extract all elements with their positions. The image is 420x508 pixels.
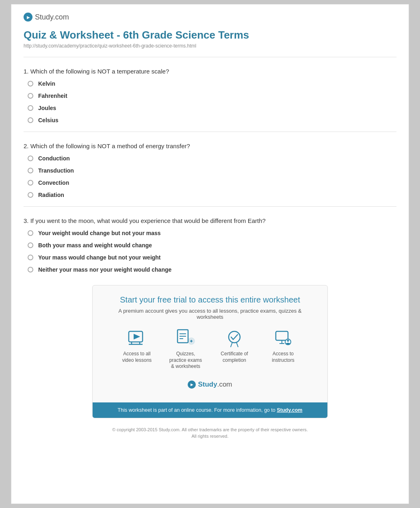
question-3-option-1[interactable]: Both your mass and weight would change (24, 242, 396, 249)
logo-icon (24, 13, 32, 22)
option-label-q3-0: Your weight would change but not your ma… (38, 230, 161, 236)
quizzes-icon (176, 328, 195, 348)
option-label-q3-1: Both your mass and weight would change (38, 242, 152, 249)
divider-q2 (24, 206, 396, 207)
promo-box: Start your free trial to access this ent… (92, 285, 328, 418)
option-label-q2-2: Convection (38, 179, 69, 186)
logo-domain: Study (35, 13, 53, 21)
instructors-icon (273, 328, 293, 348)
svg-point-19 (287, 340, 289, 342)
promo-icon-video: Access to all video lessons (119, 328, 155, 370)
promo-logo: Study.com (105, 376, 315, 394)
option-label-q1-0: Kelvin (38, 80, 55, 87)
promo-footer-text: This worksheet is part of an online cour… (118, 407, 303, 413)
divider-top (24, 57, 396, 57)
promo-logo-text: Study.com (198, 380, 232, 389)
option-label-q1-2: Joules (38, 105, 56, 111)
divider-q1 (24, 132, 396, 132)
question-3: 3. If you went to the moon, what would y… (24, 213, 396, 273)
question-2: 2. Which of the following is NOT a metho… (24, 138, 396, 198)
question-1-option-1[interactable]: Fahrenheit (24, 93, 396, 99)
question-3-option-3[interactable]: Neither your mass nor your weight would … (24, 266, 396, 273)
question-1-body: Which of the following is NOT a temperat… (30, 68, 169, 75)
radio-q2-3[interactable] (28, 192, 33, 198)
promo-logo-icon (188, 380, 196, 389)
radio-q1-2[interactable] (28, 105, 33, 111)
radio-q3-0[interactable] (28, 230, 33, 236)
question-2-option-1[interactable]: Transduction (24, 167, 396, 174)
radio-q1-3[interactable] (28, 117, 33, 123)
promo-icon-instructors: Access to instructors (265, 328, 301, 370)
page-container: Study.com Quiz & Worksheet - 6th Grade S… (11, 4, 409, 504)
promo-footer-link[interactable]: Study.com (277, 407, 302, 413)
question-1-option-0[interactable]: Kelvin (24, 80, 396, 87)
promo-icon-quizzes: Quizzes, practice exams & worksheets (167, 328, 204, 370)
logo: Study.com (24, 13, 396, 22)
question-3-option-2[interactable]: Your mass would change but not your weig… (24, 254, 396, 261)
promo-title: Start your free trial to access this ent… (105, 295, 315, 305)
option-label-q1-1: Fahrenheit (38, 93, 67, 99)
question-3-body: If you went to the moon, what would you … (30, 217, 266, 224)
option-label-q3-3: Neither your mass nor your weight would … (38, 266, 171, 273)
question-2-option-3[interactable]: Radiation (24, 192, 396, 198)
radio-q3-1[interactable] (28, 242, 33, 248)
radio-q3-2[interactable] (28, 255, 33, 260)
option-label-q2-1: Transduction (38, 167, 74, 174)
logo-ext: .com (53, 13, 69, 21)
logo-text: Study.com (35, 13, 69, 22)
option-label-q2-3: Radiation (38, 192, 64, 198)
promo-content: Start your free trial to access this ent… (93, 285, 327, 402)
radio-q2-0[interactable] (28, 156, 33, 161)
copyright: © copyright 2003-2015 Study.com. All oth… (24, 426, 396, 440)
promo-icons: Access to all video lessons Quizzes, pra… (105, 328, 315, 370)
promo-icon-instructors-label: Access to instructors (265, 351, 301, 363)
question-2-text: 2. Which of the following is NOT a metho… (24, 138, 396, 149)
svg-marker-1 (134, 334, 140, 339)
promo-icon-certificate-label: Certificate of completion (216, 351, 253, 363)
promo-icon-video-label: Access to all video lessons (119, 351, 155, 363)
option-label-q1-3: Celsius (38, 117, 58, 123)
copyright-text: © copyright 2003-2015 Study.com. All oth… (112, 427, 308, 439)
promo-icon-quizzes-label: Quizzes, practice exams & worksheets (167, 351, 204, 370)
radio-q1-1[interactable] (28, 93, 33, 99)
page-url: http://study.com/academy/practice/quiz-w… (24, 43, 396, 49)
radio-q2-1[interactable] (28, 168, 33, 173)
question-1-text: 1. Which of the following is NOT a tempe… (24, 64, 396, 75)
promo-subtitle: A premium account gives you access to al… (105, 308, 315, 320)
promo-footer: This worksheet is part of an online cour… (93, 402, 327, 418)
question-2-option-0[interactable]: Conduction (24, 155, 396, 162)
radio-q1-0[interactable] (28, 81, 33, 86)
radio-q2-2[interactable] (28, 180, 33, 186)
question-1-option-3[interactable]: Celsius (24, 117, 396, 123)
page-title: Quiz & Worksheet - 6th Grade Science Ter… (24, 29, 396, 41)
radio-q3-3[interactable] (28, 267, 33, 272)
svg-point-12 (229, 331, 240, 343)
question-2-option-2[interactable]: Convection (24, 179, 396, 186)
question-3-option-0[interactable]: Your weight would change but not your ma… (24, 230, 396, 236)
question-3-text: 3. If you went to the moon, what would y… (24, 213, 396, 224)
svg-line-13 (231, 342, 232, 347)
promo-icon-certificate: Certificate of completion (216, 328, 253, 370)
question-2-body: Which of the following is NOT a method o… (30, 143, 190, 149)
question-1: 1. Which of the following is NOT a tempe… (24, 64, 396, 123)
video-icon (127, 328, 147, 348)
certificate-icon (225, 328, 244, 348)
option-label-q3-2: Your mass would change but not your weig… (38, 254, 161, 261)
option-label-q2-0: Conduction (38, 155, 70, 162)
svg-rect-15 (276, 331, 288, 340)
question-1-option-2[interactable]: Joules (24, 105, 396, 111)
svg-line-14 (236, 342, 238, 347)
